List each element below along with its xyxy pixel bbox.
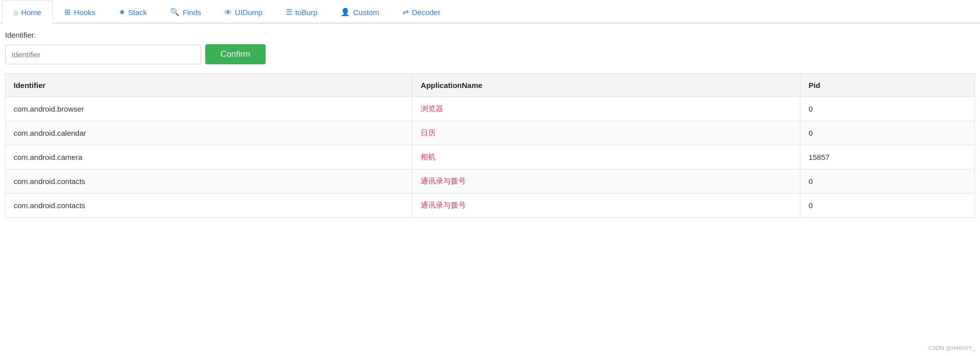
stack-tab-label: Stack: [128, 8, 147, 17]
table-header-row: Identifier ApplicationName Pid: [6, 74, 975, 97]
tab-uidump[interactable]: 👁UIDump: [213, 0, 274, 24]
cell-appname: 通讯录与拨号: [413, 169, 800, 194]
cell-appname: 通讯录与拨号: [413, 194, 800, 218]
cell-pid: 0: [800, 169, 975, 194]
tab-custom[interactable]: 👤Custom: [329, 0, 391, 24]
data-table: Identifier ApplicationName Pid com.andro…: [5, 73, 975, 218]
custom-tab-label: Custom: [353, 8, 379, 17]
table-row: com.android.contacts通讯录与拨号0: [6, 169, 975, 194]
cell-identifier: com.android.calendar: [6, 121, 413, 145]
tab-toburp[interactable]: ☰toBurp: [274, 0, 329, 24]
hooks-icon: ⊞: [64, 8, 71, 17]
decoder-tab-label: Decoder: [412, 8, 441, 17]
cell-identifier: com.android.browser: [6, 97, 413, 121]
table-row: com.android.calendar日历0: [6, 121, 975, 145]
tab-stack[interactable]: ★Stack: [107, 0, 159, 24]
tab-decoder[interactable]: ⇌Decoder: [391, 0, 452, 24]
cell-identifier: com.android.camera: [6, 145, 413, 169]
finds-tab-label: Finds: [183, 8, 201, 17]
decoder-icon: ⇌: [402, 8, 409, 17]
cell-appname: 浏览器: [413, 97, 800, 121]
table-row: com.android.contacts通讯录与拨号0: [6, 194, 975, 218]
finds-icon: 🔍: [170, 8, 180, 17]
table-row: com.android.camera相机15857: [6, 145, 975, 169]
cell-pid: 0: [800, 121, 975, 145]
cell-identifier: com.android.contacts: [6, 169, 413, 194]
home-tab-label: Home: [21, 8, 41, 17]
col-header-appname: ApplicationName: [413, 74, 800, 97]
nav-tabs: ⌂Home⊞Hooks★Stack🔍Finds👁UIDump☰toBurp👤Cu…: [0, 0, 980, 24]
confirm-button[interactable]: Confirm: [205, 44, 266, 64]
identifier-input[interactable]: [5, 45, 201, 64]
col-header-pid: Pid: [800, 74, 975, 97]
main-content: Identifier: Confirm Identifier Applicati…: [0, 24, 980, 218]
hooks-tab-label: Hooks: [74, 8, 96, 17]
identifier-label: Identifier:: [5, 31, 975, 39]
stack-icon: ★: [119, 8, 125, 17]
custom-icon: 👤: [341, 8, 350, 17]
tab-hooks[interactable]: ⊞Hooks: [53, 0, 107, 24]
cell-pid: 0: [800, 194, 975, 218]
input-row: Confirm: [5, 44, 975, 64]
cell-pid: 0: [800, 97, 975, 121]
col-header-identifier: Identifier: [6, 74, 413, 97]
cell-identifier: com.android.contacts: [6, 194, 413, 218]
uidump-tab-label: UIDump: [235, 8, 263, 17]
cell-appname: 相机: [413, 145, 800, 169]
tab-home[interactable]: ⌂Home: [2, 0, 53, 24]
uidump-icon: 👁: [224, 8, 232, 17]
cell-appname: 日历: [413, 121, 800, 145]
cell-pid: 15857: [800, 145, 975, 169]
table-row: com.android.browser浏览器0: [6, 97, 975, 121]
toburp-icon: ☰: [286, 8, 292, 17]
tab-finds[interactable]: 🔍Finds: [158, 0, 213, 24]
home-icon: ⌂: [14, 8, 18, 17]
toburp-tab-label: toBurp: [295, 8, 317, 17]
